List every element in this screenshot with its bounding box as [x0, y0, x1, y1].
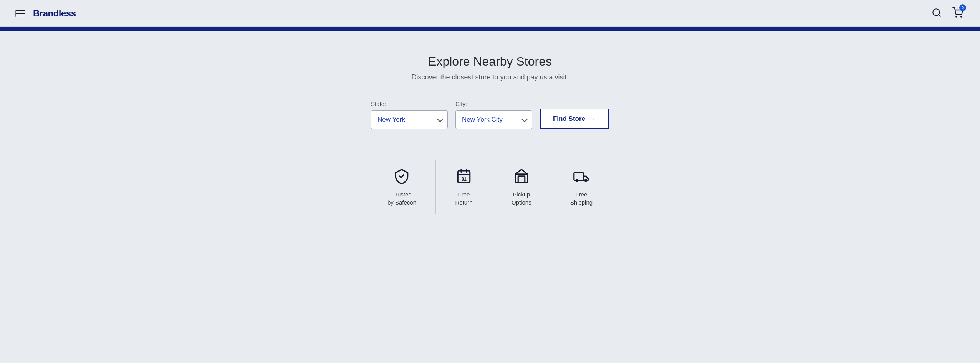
state-select[interactable]: New York California Texas Florida: [371, 110, 448, 129]
city-form-group: City: New York City Buffalo Albany Syrac…: [455, 101, 532, 129]
svg-text:31: 31: [461, 177, 467, 182]
brand-logo: Brandless: [33, 8, 76, 19]
svg-rect-9: [518, 176, 525, 183]
city-select[interactable]: New York City Buffalo Albany Syracuse: [455, 110, 532, 129]
accent-bar: [0, 27, 980, 31]
arrow-right-icon: →: [589, 115, 596, 123]
page-title: Explore Nearby Stores: [428, 54, 552, 69]
feature-free-return: 31 FreeReturn: [436, 160, 492, 214]
feature-free-shipping: FreeShipping: [551, 160, 612, 214]
search-button[interactable]: [930, 6, 943, 20]
city-select-wrapper: New York City Buffalo Albany Syracuse: [455, 110, 532, 129]
find-store-button[interactable]: Find Store →: [540, 109, 609, 129]
svg-point-2: [956, 16, 957, 17]
search-icon: [932, 8, 942, 18]
cart-button[interactable]: 0: [951, 6, 965, 21]
city-label: City:: [455, 101, 532, 107]
features-section: Trustedby Safecon 31 FreeReturn: [368, 160, 612, 214]
shield-check-icon: [393, 167, 411, 185]
feature-pickup-label: PickupOptions: [512, 190, 531, 206]
store-pickup-icon: [513, 167, 530, 185]
find-store-label: Find Store: [553, 115, 585, 123]
truck-shipping-icon: [573, 167, 590, 185]
calendar-return-icon: 31: [455, 167, 473, 185]
cart-count-badge: 0: [959, 4, 966, 11]
state-form-group: State: New York California Texas Florida: [371, 101, 448, 129]
header: Brandless 0: [0, 0, 980, 27]
svg-line-1: [939, 15, 940, 16]
store-finder-form: State: New York California Texas Florida…: [371, 101, 609, 129]
feature-trusted-label: Trustedby Safecon: [387, 190, 416, 206]
feature-free-shipping-label: FreeShipping: [570, 190, 593, 206]
main-content: Explore Nearby Stores Discover the close…: [0, 31, 980, 245]
hamburger-menu-button[interactable]: [15, 10, 25, 17]
feature-trusted: Trustedby Safecon: [368, 160, 436, 214]
page-subtitle: Discover the closest store to you and pa…: [411, 73, 568, 81]
header-left: Brandless: [15, 8, 76, 19]
state-select-wrapper: New York California Texas Florida: [371, 110, 448, 129]
svg-rect-12: [574, 173, 584, 180]
header-right: 0: [930, 6, 965, 21]
svg-point-3: [961, 16, 962, 17]
feature-pickup: PickupOptions: [492, 160, 551, 214]
state-label: State:: [371, 101, 448, 107]
feature-free-return-label: FreeReturn: [455, 190, 472, 206]
